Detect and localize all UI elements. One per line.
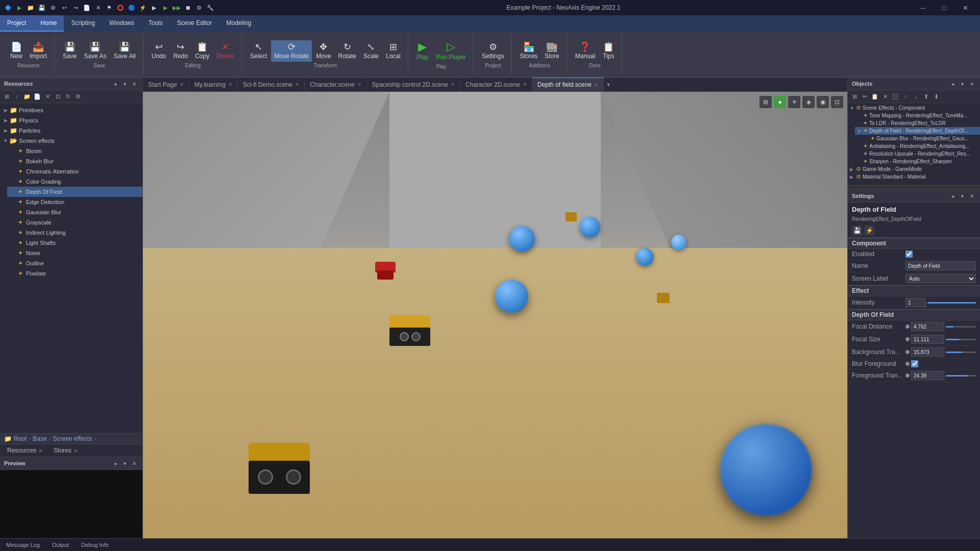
tree-item-chromatic-aberration[interactable]: ✦ Chromatic Aberration xyxy=(7,166,142,177)
maximize-button[interactable]: □ xyxy=(934,0,954,15)
save-as-button[interactable]: 💾 Save As xyxy=(81,40,109,62)
scene-tab-character-close[interactable]: ✕ xyxy=(357,82,361,87)
new-button[interactable]: 📄 New xyxy=(7,40,26,62)
scene-tab-my-learning-close[interactable]: ✕ xyxy=(228,82,232,87)
obj-btn-7[interactable]: ↓ xyxy=(911,92,920,101)
tree-item-light-shafts[interactable]: ✦ Light Shafts xyxy=(7,238,142,248)
objects-resize-handle[interactable] xyxy=(848,185,980,189)
tab-stores[interactable]: Stores ✕ xyxy=(48,446,83,455)
resources-menu-button[interactable]: ▾ xyxy=(120,80,129,88)
tree-item-noise[interactable]: ✦ Noise xyxy=(7,248,142,258)
settings-dot-focal-distance[interactable] xyxy=(905,324,910,329)
res-btn-1[interactable]: ⊞ xyxy=(2,92,11,101)
scene-tab-spaceship-close[interactable]: ✕ xyxy=(451,82,455,87)
scene-tab-sci-fi-close[interactable]: ✕ xyxy=(295,82,299,87)
objects-pin-button[interactable]: ◂ xyxy=(948,80,957,88)
settings-slider-focal-distance[interactable] xyxy=(946,326,976,328)
menu-tab-scripting[interactable]: Scripting xyxy=(64,15,102,32)
scale-button[interactable]: ⤡ Scale xyxy=(360,40,382,62)
menu-tab-tools[interactable]: Tools xyxy=(141,15,170,32)
breadcrumb-root[interactable]: Root xyxy=(14,435,27,442)
tree-item-screen-effects[interactable]: ▼ 📂 Screen effects xyxy=(0,136,142,146)
obj-btn-5[interactable]: ⬛ xyxy=(891,92,900,101)
tree-item-depth-of-field[interactable]: ✦ Depth Of Field xyxy=(7,187,142,197)
settings-button[interactable]: ⚙ Settings xyxy=(479,40,507,62)
resources-close-button[interactable]: ✕ xyxy=(130,80,138,88)
res-btn-2[interactable]: ↑ xyxy=(12,92,21,101)
menu-tab-project[interactable]: Project xyxy=(0,15,33,32)
vp-btn-3[interactable]: ☀ xyxy=(788,96,800,108)
settings-slider-focal-size[interactable] xyxy=(946,339,976,340)
vp-btn-2[interactable]: ● xyxy=(774,96,786,108)
rotate-button[interactable]: ↻ Rotate xyxy=(335,40,359,62)
settings-slider-background-tra[interactable] xyxy=(946,352,976,353)
import-button[interactable]: 📥 Import xyxy=(27,40,50,62)
obj-item-antialiasing[interactable]: ✦ Antialiasing - RenderingEffect_Antiali… xyxy=(855,142,980,150)
objects-menu-button[interactable]: ▾ xyxy=(958,80,966,88)
tree-item-physics[interactable]: ▶ 📁 Physics xyxy=(0,115,142,126)
play-button[interactable]: ▶ Play xyxy=(413,39,432,63)
settings-input-focal-distance[interactable] xyxy=(911,322,944,331)
settings-slider-foreground-tran[interactable] xyxy=(946,375,976,377)
scene-tab-character[interactable]: Character.scene ✕ xyxy=(305,78,366,92)
settings-input-intensity[interactable] xyxy=(905,298,926,307)
settings-input-focal-size[interactable] xyxy=(911,335,944,344)
local-button[interactable]: ⊞ Local xyxy=(383,40,404,62)
minimize-button[interactable]: ─ xyxy=(913,0,933,15)
undo-button[interactable]: ↩ Undo xyxy=(149,40,169,62)
save-button[interactable]: 💾 Save xyxy=(60,40,80,62)
settings-input-foreground-tran[interactable] xyxy=(911,371,944,380)
obj-btn-4[interactable]: ✕ xyxy=(880,92,890,101)
vp-btn-4[interactable]: ◈ xyxy=(802,96,815,108)
settings-icon-save[interactable]: 💾 xyxy=(852,226,862,236)
resources-pin-button[interactable]: ◂ xyxy=(111,80,119,88)
obj-item-scene-effects[interactable]: ▼ ⚙ Scene Effects - Component xyxy=(848,104,980,112)
store-button[interactable]: 🏬 Store xyxy=(542,40,562,62)
settings-menu-button[interactable]: ▾ xyxy=(958,192,966,200)
objects-close-button[interactable]: ✕ xyxy=(968,80,976,88)
settings-checkbox-enabled[interactable] xyxy=(905,251,913,258)
manual-button[interactable]: ❓ Manual xyxy=(572,40,598,62)
settings-icon-lightning[interactable]: ⚡ xyxy=(864,226,874,236)
obj-item-resolution-upscale[interactable]: ✦ Resolution Upscale - RenderingEffect_R… xyxy=(855,150,980,158)
tree-item-indirect-lighting[interactable]: ✦ Indirect Lighting xyxy=(7,228,142,238)
settings-checkbox-blur-foreground[interactable] xyxy=(911,360,918,367)
menu-tab-scene-editor[interactable]: Scene Editor xyxy=(170,15,219,32)
tab-stores-close[interactable]: ✕ xyxy=(74,448,78,454)
obj-item-gaussian-blur-obj[interactable]: ✦ Gaussian Blur - RenderingEffect_Gaus..… xyxy=(862,135,980,142)
scene-tab-character-2d[interactable]: Character 2D.scene ✕ xyxy=(460,78,532,92)
scene-tabs-arrow[interactable]: ▾ xyxy=(604,81,613,88)
menu-tab-windows[interactable]: Windows xyxy=(102,15,141,32)
copy-button[interactable]: 📋 Copy xyxy=(192,40,212,62)
status-tab-output[interactable]: Output xyxy=(50,542,71,548)
scene-tab-depth-of-field[interactable]: Depth of field.scene ✕ xyxy=(532,78,604,92)
move-button[interactable]: ✥ Move xyxy=(313,40,334,62)
obj-item-depth-of-field[interactable]: ▼ ✦ Depth of Field - RenderingEffect_Dep… xyxy=(855,127,980,135)
status-tab-debug-info[interactable]: Debug Info xyxy=(79,542,111,548)
tree-item-particles[interactable]: ▶ 📁 Particles xyxy=(0,126,142,136)
res-btn-4[interactable]: 📄 xyxy=(33,92,42,101)
res-btn-7[interactable]: ↻ xyxy=(63,92,72,101)
settings-slider-intensity[interactable] xyxy=(927,302,976,304)
tree-item-color-grading[interactable]: ✦ Color Grading xyxy=(7,177,142,187)
tab-resources[interactable]: Resources ✕ xyxy=(2,446,47,455)
settings-dot-foreground-tran[interactable] xyxy=(905,373,910,378)
preview-menu-button[interactable]: ▾ xyxy=(120,459,129,467)
obj-btn-1[interactable]: ⊞ xyxy=(850,92,859,101)
vp-btn-1[interactable]: ⊞ xyxy=(760,96,772,108)
stores-button[interactable]: 🏪 Stores xyxy=(517,40,541,62)
breadcrumb-base[interactable]: Base xyxy=(33,435,46,442)
tree-item-bokeh-blur[interactable]: ✦ Bokeh Blur xyxy=(7,156,142,166)
obj-item-sharpen[interactable]: ✦ Sharpen - RenderingEffect_Sharpen xyxy=(855,158,980,165)
obj-btn-3[interactable]: 📋 xyxy=(870,92,879,101)
settings-select-screen-label[interactable]: Auto xyxy=(905,274,976,283)
obj-item-game-mode[interactable]: ▶ ⚙ Game Mode - GameMode xyxy=(848,165,980,173)
tree-item-grayscale[interactable]: ✦ Grayscale xyxy=(7,217,142,228)
settings-input-background-tra[interactable] xyxy=(911,347,944,357)
menu-tab-modeling[interactable]: Modeling xyxy=(219,15,258,32)
preview-pin-button[interactable]: ◂ xyxy=(111,459,119,467)
tree-item-bloom[interactable]: ✦ Bloom xyxy=(7,146,142,156)
scene-tab-spaceship[interactable]: Spaceship control 2D.scene ✕ xyxy=(367,78,460,92)
obj-btn-2[interactable]: ✏ xyxy=(860,92,869,101)
close-button[interactable]: ✕ xyxy=(955,0,976,15)
